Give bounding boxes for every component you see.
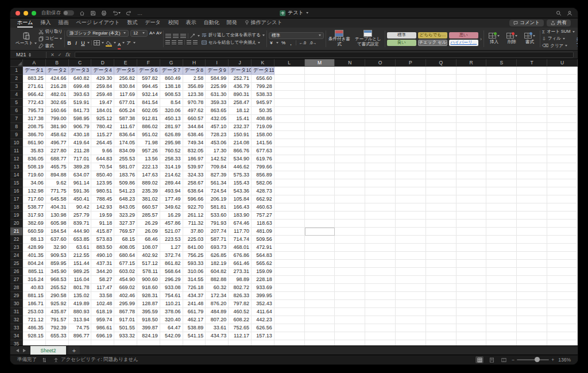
cell[interactable] <box>335 75 365 83</box>
cell[interactable]: 501.55 <box>114 324 137 332</box>
cell[interactable]: 696.19 <box>91 332 114 340</box>
cell[interactable]: 608.22 <box>229 316 252 324</box>
cell[interactable]: 320.06 <box>160 107 183 115</box>
cell[interactable]: 876.20 <box>206 300 229 308</box>
row-header-18[interactable]: 18 <box>10 203 23 212</box>
row-header-33[interactable]: 33 <box>10 324 23 332</box>
cell[interactable] <box>274 123 305 131</box>
cell[interactable]: 841.54 <box>137 99 160 107</box>
align-middle-icon[interactable] <box>173 34 179 38</box>
cell[interactable] <box>486 292 517 300</box>
fill-button[interactable]: ⇩フィル <box>542 36 575 41</box>
cell[interactable]: 18.12 <box>229 107 252 115</box>
phonetic-icon[interactable]: ア゙ <box>126 40 131 46</box>
row-header-23[interactable]: 23 <box>10 244 23 252</box>
cell[interactable]: 437.31 <box>91 260 114 268</box>
cell[interactable]: 356.89 <box>183 83 206 91</box>
cell[interactable]: 1.27 <box>160 244 183 252</box>
account-icon[interactable] <box>567 10 572 16</box>
cell[interactable]: 543.36 <box>229 187 252 195</box>
cell[interactable]: 517.12 <box>137 260 160 268</box>
cell[interactable] <box>365 292 396 300</box>
cell[interactable]: 605.24 <box>114 107 137 115</box>
cell[interactable] <box>396 83 426 91</box>
cell[interactable]: 317.93 <box>23 212 46 220</box>
cell[interactable] <box>305 187 335 195</box>
cell[interactable]: 166.43 <box>229 203 252 212</box>
cell[interactable] <box>457 340 487 345</box>
cell[interactable] <box>547 91 578 99</box>
cell[interactable]: 265.52 <box>46 284 69 292</box>
cell[interactable] <box>365 147 396 155</box>
cell[interactable] <box>517 123 547 131</box>
cell[interactable]: 372.74 <box>160 252 183 260</box>
cell[interactable] <box>365 300 396 308</box>
fx-icon[interactable]: fx <box>63 52 71 57</box>
cell[interactable]: 458.62 <box>46 131 69 139</box>
cell[interactable] <box>274 268 305 276</box>
cell[interactable] <box>486 252 517 260</box>
cell[interactable] <box>517 83 547 91</box>
cell[interactable] <box>365 123 396 131</box>
cell[interactable] <box>486 212 517 220</box>
cell[interactable]: 889.02 <box>137 179 160 187</box>
cell[interactable]: 717.01 <box>69 155 92 163</box>
cell-style-bad[interactable]: 悪い <box>449 32 478 39</box>
cell[interactable] <box>426 163 457 171</box>
cell[interactable]: 273.31 <box>229 268 252 276</box>
cell[interactable]: 32.90 <box>46 244 69 252</box>
cell[interactable]: 496.77 <box>46 139 69 147</box>
cell[interactable]: 538.89 <box>183 324 206 332</box>
cell-style-normal[interactable]: 標準 <box>387 32 416 39</box>
cell[interactable] <box>396 252 426 260</box>
cell[interactable] <box>517 292 547 300</box>
row-header-9[interactable]: 9 <box>10 131 23 139</box>
cell[interactable] <box>335 220 365 228</box>
cell[interactable]: 481.09 <box>252 228 274 236</box>
cell[interactable]: 123.38 <box>183 91 206 99</box>
tab-data[interactable]: データ <box>145 18 160 28</box>
cell[interactable] <box>396 147 426 155</box>
cell[interactable] <box>486 300 517 308</box>
percent-format-icon[interactable]: % <box>281 40 286 45</box>
cell[interactable]: 677.15 <box>114 260 137 268</box>
name-box-stepper[interactable] <box>29 53 31 57</box>
cell[interactable]: 856.89 <box>252 171 274 179</box>
cell[interactable]: 344.20 <box>91 268 114 276</box>
cell[interactable]: 208.75 <box>23 123 46 131</box>
cell[interactable] <box>547 99 578 107</box>
cell[interactable] <box>365 75 396 83</box>
cell[interactable]: 795.73 <box>23 107 46 115</box>
cell[interactable] <box>396 155 426 163</box>
cell[interactable] <box>547 187 578 195</box>
cell[interactable] <box>305 340 335 345</box>
cell[interactable]: 117.69 <box>114 91 137 99</box>
column-header-B[interactable]: B <box>46 59 69 67</box>
cell[interactable] <box>547 107 578 115</box>
cell[interactable] <box>305 139 335 147</box>
cell[interactable]: 896.77 <box>69 332 92 340</box>
cell[interactable] <box>457 276 487 284</box>
cell[interactable] <box>426 139 457 147</box>
cell[interactable] <box>274 187 305 195</box>
cell[interactable] <box>365 212 396 220</box>
cell[interactable] <box>426 171 457 179</box>
cell[interactable] <box>274 91 305 99</box>
row-header-29[interactable]: 29 <box>10 292 23 300</box>
cell[interactable]: 15.41 <box>229 115 252 123</box>
cell[interactable]: 841.00 <box>183 244 206 252</box>
cell[interactable]: 225.03 <box>183 236 206 244</box>
cell[interactable]: 645.58 <box>46 195 69 203</box>
cell[interactable]: 434.73 <box>206 332 229 340</box>
cell[interactable] <box>547 75 578 83</box>
cell[interactable]: 677.63 <box>252 147 274 155</box>
cell[interactable]: 836.64 <box>114 131 137 139</box>
cell[interactable]: 539.97 <box>183 163 206 171</box>
cell[interactable]: 881.15 <box>23 292 46 300</box>
tab-home[interactable]: ホーム <box>17 18 33 28</box>
cell[interactable] <box>365 332 396 340</box>
cell[interactable] <box>335 203 365 212</box>
cell[interactable]: 98.89 <box>229 276 252 284</box>
cell[interactable]: 661.79 <box>183 308 206 316</box>
cell[interactable]: 933.32 <box>114 332 137 340</box>
